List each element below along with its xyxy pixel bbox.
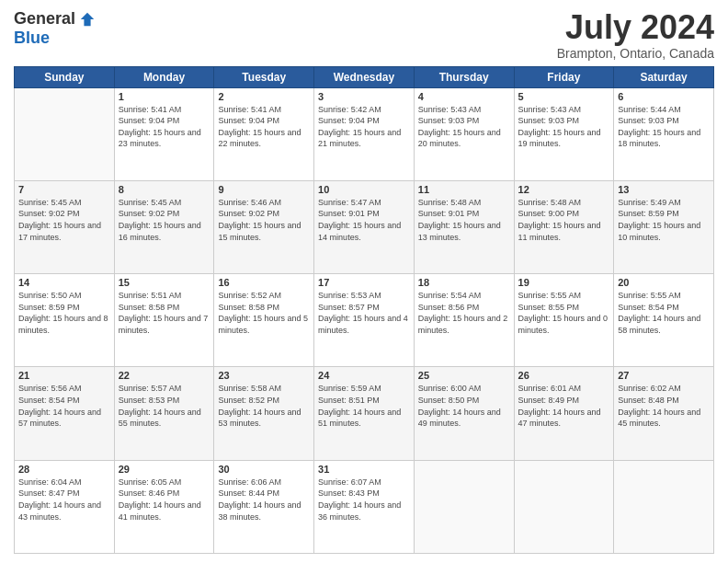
day-number: 7 (18, 184, 110, 195)
day-info: Sunrise: 6:07 AM Sunset: 8:43 PM Dayligh… (318, 477, 410, 523)
day-info: Sunrise: 5:47 AM Sunset: 9:01 PM Dayligh… (318, 197, 410, 243)
calendar-header-row: SundayMondayTuesdayWednesdayThursdayFrid… (15, 66, 714, 87)
calendar-cell: 28Sunrise: 6:04 AM Sunset: 8:47 PM Dayli… (15, 460, 115, 553)
logo: General Blue (14, 9, 96, 48)
calendar-week-row: 28Sunrise: 6:04 AM Sunset: 8:47 PM Dayli… (15, 460, 714, 553)
day-number: 27 (618, 370, 710, 381)
day-info: Sunrise: 5:41 AM Sunset: 9:04 PM Dayligh… (218, 104, 310, 150)
day-number: 14 (18, 277, 110, 288)
day-info: Sunrise: 5:48 AM Sunset: 9:00 PM Dayligh… (518, 197, 610, 243)
day-header-thursday: Thursday (414, 66, 514, 87)
day-number: 2 (218, 91, 310, 102)
day-number: 17 (318, 277, 410, 288)
day-info: Sunrise: 6:05 AM Sunset: 8:46 PM Dayligh… (119, 477, 210, 523)
day-number: 12 (518, 184, 610, 195)
day-number: 19 (518, 277, 610, 288)
calendar-cell: 16Sunrise: 5:52 AM Sunset: 8:58 PM Dayli… (214, 274, 314, 367)
day-number: 18 (418, 277, 510, 288)
day-info: Sunrise: 5:58 AM Sunset: 8:52 PM Dayligh… (218, 383, 310, 429)
day-info: Sunrise: 6:01 AM Sunset: 8:49 PM Dayligh… (518, 383, 610, 429)
day-info: Sunrise: 5:57 AM Sunset: 8:53 PM Dayligh… (119, 383, 210, 429)
day-info: Sunrise: 6:02 AM Sunset: 8:48 PM Dayligh… (618, 383, 710, 429)
day-header-sunday: Sunday (15, 66, 115, 87)
calendar-cell: 25Sunrise: 6:00 AM Sunset: 8:50 PM Dayli… (414, 367, 514, 460)
calendar-cell: 2Sunrise: 5:41 AM Sunset: 9:04 PM Daylig… (214, 87, 314, 180)
calendar-cell: 18Sunrise: 5:54 AM Sunset: 8:56 PM Dayli… (414, 274, 514, 367)
day-number: 1 (119, 91, 210, 102)
day-info: Sunrise: 5:49 AM Sunset: 8:59 PM Dayligh… (618, 197, 710, 243)
day-info: Sunrise: 5:45 AM Sunset: 9:02 PM Dayligh… (119, 197, 210, 243)
day-number: 3 (318, 91, 410, 102)
day-info: Sunrise: 6:06 AM Sunset: 8:44 PM Dayligh… (218, 477, 310, 523)
day-info: Sunrise: 6:04 AM Sunset: 8:47 PM Dayligh… (18, 477, 110, 523)
day-header-monday: Monday (114, 66, 214, 87)
day-number: 24 (318, 370, 410, 381)
logo-blue-text: Blue (14, 29, 50, 48)
day-number: 21 (18, 370, 110, 381)
day-info: Sunrise: 6:00 AM Sunset: 8:50 PM Dayligh… (418, 383, 510, 429)
day-info: Sunrise: 5:56 AM Sunset: 8:54 PM Dayligh… (18, 383, 110, 429)
calendar-cell: 27Sunrise: 6:02 AM Sunset: 8:48 PM Dayli… (614, 367, 714, 460)
calendar-cell: 23Sunrise: 5:58 AM Sunset: 8:52 PM Dayli… (214, 367, 314, 460)
day-number: 13 (618, 184, 710, 195)
calendar-cell: 13Sunrise: 5:49 AM Sunset: 8:59 PM Dayli… (614, 180, 714, 273)
header: General Blue July 2024 Brampton, Ontario… (14, 9, 714, 61)
calendar-week-row: 21Sunrise: 5:56 AM Sunset: 8:54 PM Dayli… (15, 367, 714, 460)
calendar-cell: 22Sunrise: 5:57 AM Sunset: 8:53 PM Dayli… (114, 367, 214, 460)
day-number: 5 (518, 91, 610, 102)
day-number: 4 (418, 91, 510, 102)
calendar-cell: 15Sunrise: 5:51 AM Sunset: 8:58 PM Dayli… (114, 274, 214, 367)
calendar-week-row: 7Sunrise: 5:45 AM Sunset: 9:02 PM Daylig… (15, 180, 714, 273)
logo-general-text: General (14, 9, 75, 29)
day-info: Sunrise: 5:41 AM Sunset: 9:04 PM Dayligh… (119, 104, 210, 150)
day-info: Sunrise: 5:48 AM Sunset: 9:01 PM Dayligh… (418, 197, 510, 243)
day-info: Sunrise: 5:54 AM Sunset: 8:56 PM Dayligh… (418, 290, 510, 336)
calendar-cell: 10Sunrise: 5:47 AM Sunset: 9:01 PM Dayli… (314, 180, 415, 273)
calendar-table: SundayMondayTuesdayWednesdayThursdayFrid… (14, 66, 714, 554)
calendar-cell: 14Sunrise: 5:50 AM Sunset: 8:59 PM Dayli… (15, 274, 115, 367)
calendar-cell: 17Sunrise: 5:53 AM Sunset: 8:57 PM Dayli… (314, 274, 415, 367)
calendar-cell (514, 460, 614, 553)
calendar-cell: 5Sunrise: 5:43 AM Sunset: 9:03 PM Daylig… (514, 87, 614, 180)
calendar-week-row: 1Sunrise: 5:41 AM Sunset: 9:04 PM Daylig… (15, 87, 714, 180)
title-block: July 2024 Brampton, Ontario, Canada (557, 9, 714, 61)
day-info: Sunrise: 5:50 AM Sunset: 8:59 PM Dayligh… (18, 290, 110, 336)
logo-icon (79, 11, 96, 28)
calendar-cell: 7Sunrise: 5:45 AM Sunset: 9:02 PM Daylig… (15, 180, 115, 273)
day-number: 30 (218, 464, 310, 475)
calendar-cell: 11Sunrise: 5:48 AM Sunset: 9:01 PM Dayli… (414, 180, 514, 273)
day-number: 10 (318, 184, 410, 195)
day-number: 15 (119, 277, 210, 288)
location-text: Brampton, Ontario, Canada (557, 46, 714, 61)
day-info: Sunrise: 5:43 AM Sunset: 9:03 PM Dayligh… (518, 104, 610, 150)
day-number: 31 (318, 464, 410, 475)
day-info: Sunrise: 5:43 AM Sunset: 9:03 PM Dayligh… (418, 104, 510, 150)
day-info: Sunrise: 5:55 AM Sunset: 8:55 PM Dayligh… (518, 290, 610, 336)
calendar-cell: 24Sunrise: 5:59 AM Sunset: 8:51 PM Dayli… (314, 367, 415, 460)
calendar-cell (15, 87, 115, 180)
day-header-tuesday: Tuesday (214, 66, 314, 87)
calendar-cell (614, 460, 714, 553)
calendar-cell: 8Sunrise: 5:45 AM Sunset: 9:02 PM Daylig… (114, 180, 214, 273)
calendar-cell: 30Sunrise: 6:06 AM Sunset: 8:44 PM Dayli… (214, 460, 314, 553)
calendar-page: General Blue July 2024 Brampton, Ontario… (0, 0, 728, 563)
day-number: 9 (218, 184, 310, 195)
calendar-week-row: 14Sunrise: 5:50 AM Sunset: 8:59 PM Dayli… (15, 274, 714, 367)
day-number: 8 (119, 184, 210, 195)
day-number: 25 (418, 370, 510, 381)
calendar-cell: 29Sunrise: 6:05 AM Sunset: 8:46 PM Dayli… (114, 460, 214, 553)
calendar-cell (414, 460, 514, 553)
calendar-cell: 9Sunrise: 5:46 AM Sunset: 9:02 PM Daylig… (214, 180, 314, 273)
day-number: 23 (218, 370, 310, 381)
day-number: 20 (618, 277, 710, 288)
day-number: 29 (119, 464, 210, 475)
day-number: 16 (218, 277, 310, 288)
day-info: Sunrise: 5:45 AM Sunset: 9:02 PM Dayligh… (18, 197, 110, 243)
day-header-saturday: Saturday (614, 66, 714, 87)
day-header-friday: Friday (514, 66, 614, 87)
day-number: 11 (418, 184, 510, 195)
day-info: Sunrise: 5:55 AM Sunset: 8:54 PM Dayligh… (618, 290, 710, 336)
day-header-wednesday: Wednesday (314, 66, 415, 87)
calendar-cell: 4Sunrise: 5:43 AM Sunset: 9:03 PM Daylig… (414, 87, 514, 180)
month-year-title: July 2024 (557, 9, 714, 46)
